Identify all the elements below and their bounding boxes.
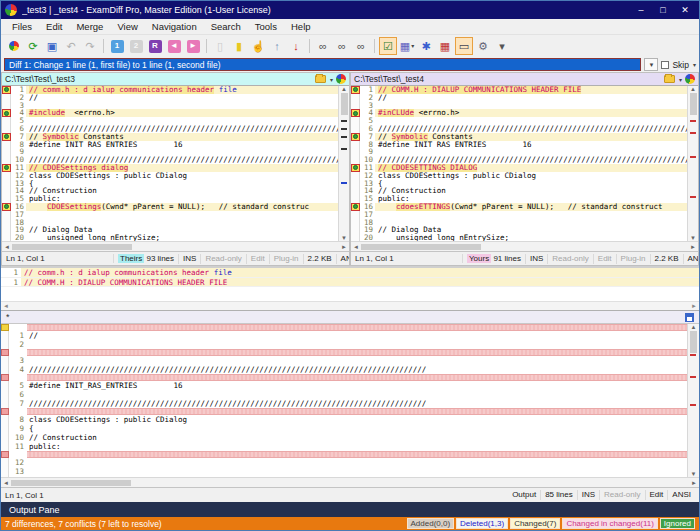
- scroll-right-icon[interactable]: ►: [341, 244, 347, 250]
- code-line[interactable]: 1// comm.h : d ialup communications head…: [2, 86, 338, 94]
- copy-to-first-icon[interactable]: ◄: [165, 37, 183, 55]
- open-file-dropdown-icon[interactable]: ▾: [330, 76, 333, 83]
- code-line[interactable]: 17: [2, 211, 338, 219]
- code-line[interactable]: 6///////////////////////////////////////…: [351, 125, 687, 133]
- diff-marker-icon[interactable]: [2, 109, 11, 117]
- scrollbar-thumb[interactable]: [690, 93, 697, 115]
- output-vertical-scrollbar[interactable]: ▲ ▼: [687, 324, 699, 477]
- diff-marker-icon[interactable]: [2, 133, 11, 141]
- code-line[interactable]: 18: [351, 219, 687, 227]
- scrollbar-thumb[interactable]: [690, 331, 697, 353]
- menu-item-tools[interactable]: Tools: [248, 21, 284, 32]
- edit-colors-icon[interactable]: ▦: [436, 37, 454, 55]
- code-line[interactable]: 7///////////////////////////////////////…: [1, 399, 687, 408]
- code-line[interactable]: 9: [2, 148, 338, 156]
- code-line[interactable]: 12class CDOESettings : public CDialog: [2, 172, 338, 180]
- compare-icon[interactable]: [5, 37, 23, 55]
- code-line[interactable]: 9: [351, 148, 687, 156]
- edit-first-file-icon[interactable]: 1: [108, 37, 126, 55]
- code-line[interactable]: 8#define INIT_RAS_ENTRIES 16: [351, 141, 687, 149]
- output-editor[interactable]: 1//234//////////////////////////////////…: [1, 324, 687, 477]
- scroll-right-icon[interactable]: ►: [690, 244, 696, 250]
- unresolved-block-icon[interactable]: ▯: [211, 37, 229, 55]
- menu-item-view[interactable]: View: [110, 21, 144, 32]
- scroll-right-icon[interactable]: ►: [691, 480, 697, 486]
- scrollbar-thumb[interactable]: [361, 244, 481, 250]
- open-file-dropdown-icon[interactable]: ▾: [679, 76, 682, 83]
- code-line[interactable]: 2//: [2, 94, 338, 102]
- scroll-down-icon[interactable]: ▼: [690, 235, 696, 241]
- copy-to-second-icon[interactable]: ►: [184, 37, 202, 55]
- find-icon[interactable]: ∞: [314, 37, 332, 55]
- maximize-button[interactable]: □: [653, 2, 673, 18]
- open-file-icon[interactable]: [315, 75, 326, 83]
- code-line[interactable]: 3: [1, 356, 687, 365]
- undo-icon[interactable]: ↶: [62, 37, 80, 55]
- edit-second-file-icon[interactable]: 2: [127, 37, 145, 55]
- code-line[interactable]: 4#include <errno.h>: [2, 109, 338, 117]
- left-code-editor[interactable]: 1// comm.h : d ialup communications head…: [2, 86, 338, 241]
- code-line[interactable]: 1// COMM.H : DIALUP COMMUNICATIONS HEADE…: [351, 86, 687, 94]
- plugins-icon[interactable]: ✱: [417, 37, 435, 55]
- scroll-right-icon[interactable]: ►: [691, 303, 697, 309]
- code-line[interactable]: 11public:: [1, 442, 687, 451]
- find-next-icon[interactable]: ∞: [333, 37, 351, 55]
- code-line[interactable]: 13{: [351, 180, 687, 188]
- code-line[interactable]: 5: [2, 117, 338, 125]
- code-line[interactable]: 5#define INIT_RAS_ENTRIES 16: [1, 381, 687, 390]
- diff-marker-icon[interactable]: [2, 164, 11, 172]
- code-line[interactable]: 8#define INIT_RAS_ENTRIES 16: [2, 141, 338, 149]
- right-horizontal-scrollbar[interactable]: ◄ ►: [351, 241, 698, 251]
- scroll-left-icon[interactable]: ◄: [4, 244, 10, 250]
- code-line[interactable]: 13: [1, 467, 687, 476]
- scroll-up-icon[interactable]: ▲: [691, 324, 697, 330]
- toolbar-overflow-icon[interactable]: ▾: [493, 37, 511, 55]
- right-vertical-scrollbar[interactable]: ▲ ▼: [687, 86, 698, 241]
- diff-marker-icon[interactable]: [351, 86, 360, 94]
- combobox-dropdown-icon[interactable]: ▼: [644, 58, 658, 71]
- code-line[interactable]: 4#inCLUde <errno.h>: [351, 109, 687, 117]
- scroll-up-icon[interactable]: ▲: [690, 86, 696, 92]
- scrollbar-thumb[interactable]: [341, 93, 348, 115]
- code-line[interactable]: 6: [1, 390, 687, 399]
- open-file-icon[interactable]: [664, 75, 675, 83]
- diff-marker-icon[interactable]: [351, 133, 360, 141]
- code-line[interactable]: 7// Symbolic Constants: [351, 133, 687, 141]
- code-line[interactable]: 17: [351, 211, 687, 219]
- redo-icon[interactable]: ↷: [81, 37, 99, 55]
- prev-diff-icon[interactable]: ↑: [268, 37, 286, 55]
- code-line[interactable]: 12class CDOESettings : public CDialog: [351, 172, 687, 180]
- scrollbar-thumb[interactable]: [12, 244, 132, 250]
- close-button[interactable]: ✕: [675, 2, 695, 18]
- diff-marker-icon[interactable]: [351, 164, 360, 172]
- skip-checkbox[interactable]: [661, 61, 669, 69]
- diff-marker-icon[interactable]: [2, 203, 11, 211]
- scroll-left-icon[interactable]: ◄: [3, 480, 9, 486]
- code-line[interactable]: 14// Construction: [351, 187, 687, 195]
- scroll-up-icon[interactable]: ▲: [341, 86, 347, 92]
- code-line[interactable]: 11// CDOESETTINGS DIALOG: [351, 164, 687, 172]
- scroll-down-icon[interactable]: ▼: [341, 235, 347, 241]
- code-line[interactable]: 18: [2, 219, 338, 227]
- save-output-icon[interactable]: [685, 313, 694, 322]
- diff-marker-icon[interactable]: [2, 86, 11, 94]
- menu-item-merge[interactable]: Merge: [69, 21, 110, 32]
- code-line[interactable]: 4///////////////////////////////////////…: [1, 365, 687, 374]
- diff-marker-icon[interactable]: [351, 109, 360, 117]
- code-line[interactable]: 20 unsigned long nEntrySize;: [2, 234, 338, 241]
- detail-horizontal-scrollbar[interactable]: ◄ ►: [1, 301, 699, 310]
- code-line[interactable]: 2//: [351, 94, 687, 102]
- replace-icon[interactable]: R: [146, 37, 164, 55]
- code-line[interactable]: 10//////////////////////////////////////…: [351, 156, 687, 164]
- code-line[interactable]: 8class CDOESettings : public CDialog: [1, 415, 687, 424]
- diffbar-overflow-icon[interactable]: ▾: [693, 61, 696, 68]
- resolve-hand-icon[interactable]: ☝: [249, 37, 267, 55]
- menu-item-files[interactable]: Files: [5, 21, 39, 32]
- current-diff-icon[interactable]: ▮: [230, 37, 248, 55]
- code-line[interactable]: 1//: [1, 331, 687, 340]
- left-vertical-scrollbar[interactable]: ▲ ▼: [338, 86, 349, 241]
- code-line[interactable]: 15public:: [351, 195, 687, 203]
- show-differences-icon[interactable]: ☑: [379, 37, 397, 55]
- menu-item-help[interactable]: Help: [284, 21, 318, 32]
- code-line[interactable]: 16 cdoesETTINGS(Cwnd* pParent = NULL); /…: [351, 203, 687, 211]
